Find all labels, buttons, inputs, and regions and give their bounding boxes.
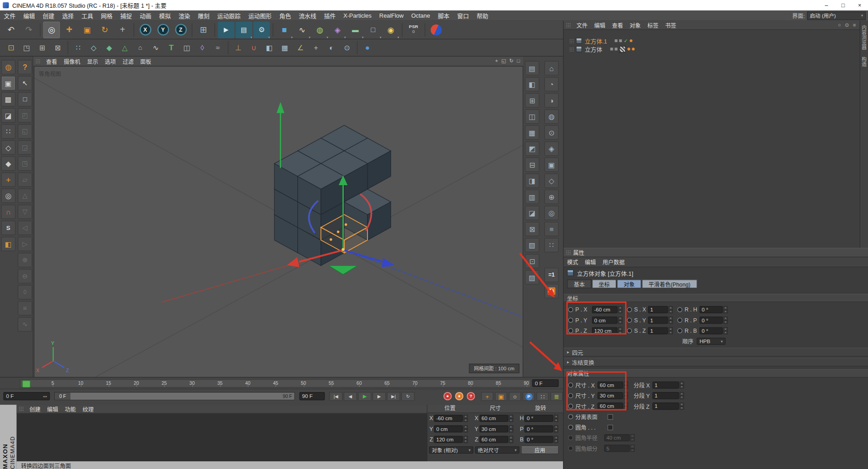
spline-pen-button[interactable]: ∿▾	[294, 21, 310, 38]
om-lock-icon[interactable]: ⊙	[845, 22, 849, 28]
om-menu-4[interactable]: 对象	[630, 21, 640, 29]
text-tool-button[interactable]: T	[164, 40, 179, 55]
spin-down[interactable]: ▼	[463, 418, 468, 422]
attr-menu-2[interactable]: 编辑	[585, 258, 596, 266]
tab-3[interactable]: 对象	[617, 279, 641, 288]
command-icon-12[interactable]: ▧	[525, 238, 539, 252]
spin-down[interactable]: ▼	[723, 320, 728, 324]
spin-down[interactable]: ▼	[668, 320, 673, 324]
size-x-field[interactable]: 60 cm	[597, 382, 623, 389]
plane-handle[interactable]	[329, 266, 358, 275]
dock-tab-2[interactable]: 构造	[861, 57, 868, 67]
viewport-menu-2[interactable]: 摄像机	[64, 57, 81, 65]
value-spinner[interactable]: ▲▼	[554, 425, 558, 432]
edges-mode-button[interactable]: ◇	[86, 40, 101, 55]
redo-button[interactable]: ↷	[20, 21, 37, 38]
rotate-tool[interactable]: ↻	[96, 21, 113, 38]
frame-field[interactable]: 0 F ◂ ▸	[3, 392, 50, 400]
keyframe-options-button[interactable]: ?	[467, 392, 475, 400]
value-spinner[interactable]: ▲▼	[463, 415, 468, 422]
segments-z-field[interactable]: 1	[653, 402, 679, 410]
spin-up[interactable]: ▲	[723, 306, 728, 310]
command-icon-24[interactable]: ◎	[544, 206, 559, 220]
spin-up[interactable]: ▲	[509, 436, 513, 440]
key-pla-toggle[interactable]: ∷	[537, 392, 549, 401]
key-rotation-toggle[interactable]: ○	[509, 392, 521, 401]
value-spinner[interactable]: ▲▼	[509, 425, 513, 432]
spin-down[interactable]: ▼	[463, 440, 468, 443]
disabled-tool-5[interactable]: ▱	[18, 172, 32, 187]
spin-up[interactable]: ▲	[630, 434, 635, 438]
disabled-tool-9[interactable]: ▷	[18, 237, 32, 251]
current-frame-field[interactable]: 0 F	[532, 379, 559, 387]
menu-item-1[interactable]: 文件	[0, 11, 19, 19]
menu-item-3[interactable]: 创建	[39, 11, 58, 19]
spin-down[interactable]: ▼	[463, 429, 468, 432]
spin-up[interactable]: ▲	[554, 415, 558, 418]
separate-surfaces-checkbox[interactable]	[607, 414, 613, 419]
viewport-scene[interactable]: YXZ	[34, 67, 523, 377]
visibility-dot-bottom[interactable]	[619, 39, 622, 42]
menu-item-2[interactable]: 编辑	[19, 11, 39, 19]
command-icon-21[interactable]: ▣	[544, 158, 559, 172]
tab-2[interactable]: 坐标	[592, 279, 616, 288]
spin-up[interactable]: ▲	[618, 306, 623, 310]
keyframe-radio[interactable]	[568, 435, 573, 440]
value-spinner[interactable]: ▲▼	[463, 425, 468, 432]
spin-down[interactable]: ▼	[630, 438, 635, 441]
rotation-b-field[interactable]: 0 °	[700, 327, 723, 335]
coord-rotation-b-field[interactable]: 0 °	[525, 436, 553, 443]
scale-x-field[interactable]: 1	[648, 306, 668, 313]
menu-item-19[interactable]: Octane	[407, 12, 434, 19]
spin-down[interactable]: ▼	[624, 385, 628, 389]
spin-up[interactable]: ▲	[668, 306, 673, 310]
lock-y-axis[interactable]: Y	[155, 21, 172, 38]
size-y-field[interactable]: 30 cm	[597, 392, 623, 399]
fillet-radius-field[interactable]: 40 cm	[604, 434, 630, 441]
command-icon-1[interactable]: ▤	[525, 61, 539, 76]
value-spinner[interactable]: ▲▼	[624, 402, 628, 410]
spin-down[interactable]: ▼	[680, 385, 684, 389]
menu-item-12[interactable]: 运动跟踪	[214, 11, 245, 19]
panel-grip[interactable]	[566, 23, 571, 28]
om-filter-icon[interactable]: ○	[838, 22, 841, 28]
menu-item-11[interactable]: 雕刻	[194, 11, 214, 19]
coord-size-x-field[interactable]: 60 cm	[479, 415, 508, 422]
axis-tool-button[interactable]: ⊥	[231, 40, 246, 55]
spin-up[interactable]: ▲	[554, 425, 558, 429]
keyframe-radio[interactable]	[627, 328, 632, 333]
keyframe-radio[interactable]	[568, 328, 573, 333]
keyframe-radio[interactable]	[568, 393, 573, 398]
rotation-h-field[interactable]: 0 °	[700, 306, 723, 313]
viewport-menu-1[interactable]: 查看	[46, 57, 57, 65]
attr-menu-3[interactable]: 用户数据	[602, 258, 625, 266]
spin-down[interactable]: ▼	[630, 448, 635, 452]
value-spinner[interactable]: ▲▼	[618, 316, 623, 324]
value-spinner[interactable]: ▲▼	[723, 327, 728, 335]
key-position-toggle[interactable]: +	[481, 392, 493, 401]
command-icon-20[interactable]: ◈	[544, 141, 559, 156]
coordinates-section-header[interactable]: 坐标	[564, 294, 868, 302]
vp-maximize-icon[interactable]: □	[517, 58, 520, 64]
spin-down[interactable]: ▼	[624, 396, 628, 399]
polygons-mode-button[interactable]: ◆	[102, 40, 116, 55]
command-icon-11[interactable]: ⊠	[525, 222, 539, 236]
render-picture-viewer-button[interactable]: ▤▾	[236, 21, 253, 38]
move-tool[interactable]: +	[61, 21, 78, 38]
vp-rotate-icon[interactable]: ↻	[510, 58, 514, 64]
command-icon-7[interactable]: ⊟	[525, 158, 539, 172]
enable-snap-button[interactable]: ∩	[1, 205, 15, 219]
next-frame-button[interactable]: ▶	[372, 392, 386, 401]
value-spinner[interactable]: ▲▼	[509, 436, 513, 443]
texture-tag-icon[interactable]	[619, 46, 625, 53]
world-grid-button[interactable]: ⊙	[340, 40, 354, 55]
value-spinner[interactable]: ▲▼	[554, 415, 558, 422]
spin-down[interactable]: ▼	[668, 310, 673, 313]
spin-down[interactable]: ▼	[509, 418, 513, 422]
enable-axis-button[interactable]: +	[1, 172, 15, 187]
keyframe-radio[interactable]	[677, 328, 682, 333]
spin-down[interactable]: ▼	[509, 440, 513, 443]
workplane-mode-button[interactable]: ◪	[1, 108, 15, 123]
scale-tool[interactable]: ▣	[79, 21, 95, 38]
spin-up[interactable]: ▲	[624, 392, 628, 396]
